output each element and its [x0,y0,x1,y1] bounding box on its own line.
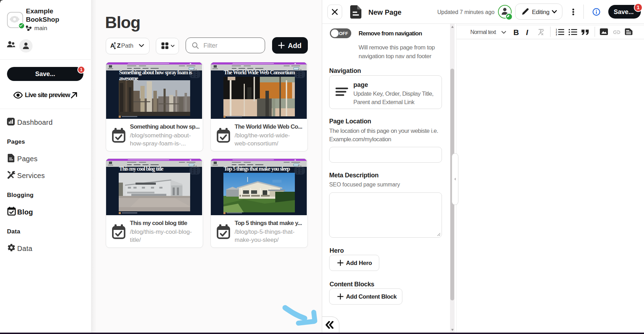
svg-text:3: 3 [556,33,557,35]
svg-text:1: 1 [556,28,557,31]
svg-text:2: 2 [556,31,557,33]
